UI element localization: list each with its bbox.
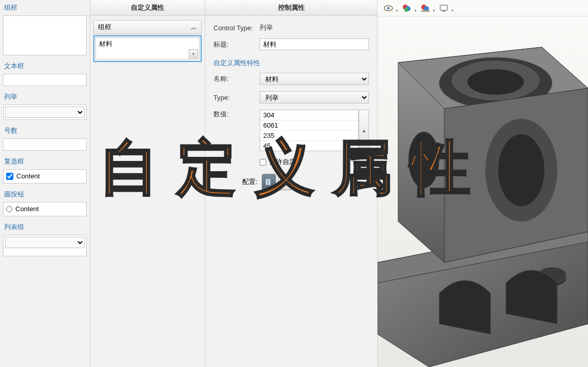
allow-custom-checkbox[interactable]	[260, 159, 266, 166]
type-select[interactable]: 列举	[260, 91, 369, 104]
tool-listgroup: 列表组	[1, 220, 89, 256]
svg-rect-13	[442, 11, 445, 12]
listgroup-dropdown-preview[interactable]	[5, 237, 85, 248]
value-item[interactable]: 6061	[260, 120, 358, 131]
value-item[interactable]: 45	[260, 141, 358, 151]
group-header-label: 组框	[98, 23, 111, 32]
tool-header-number: 号数	[1, 124, 89, 137]
tool-enum-preview[interactable]	[3, 105, 87, 120]
tool-header-radio: 圆按钮	[1, 188, 89, 201]
control-properties-panel: 控制属性 Control Type: 列举 标题: 自定义属性特性 名称: 材料…	[205, 0, 378, 367]
tool-radio-preview[interactable]: Content	[3, 202, 87, 216]
control-type-value: 列举	[260, 23, 273, 32]
display-icon[interactable]: ▾	[438, 3, 449, 14]
config-button-1[interactable]	[262, 174, 276, 190]
control-panel-title: 控制属性	[205, 0, 377, 16]
tool-textbox-preview[interactable]	[3, 74, 87, 86]
tool-checkbox: 复选框 Content	[1, 155, 89, 184]
name-label: 名称:	[213, 74, 260, 84]
appearance-icon[interactable]: ▾	[401, 3, 413, 14]
tool-header-textbox: 文本框	[1, 59, 89, 73]
config-label: 配置:	[242, 177, 258, 187]
material-dropdown-button[interactable]: ▾	[189, 49, 198, 58]
scroll-up-button[interactable]: ▴	[359, 110, 369, 151]
svg-rect-1	[268, 179, 270, 185]
control-type-label: Control Type:	[213, 24, 260, 32]
caption-label: 标题:	[213, 40, 260, 49]
tool-enum: 列举	[1, 90, 89, 120]
svg-point-8	[404, 8, 408, 12]
checkbox-preview-input[interactable]	[6, 173, 13, 180]
values-label: 数值:	[213, 110, 260, 119]
tool-number-preview[interactable]	[3, 138, 87, 151]
svg-rect-2	[283, 179, 284, 185]
svg-point-19	[408, 132, 439, 188]
svg-rect-3	[286, 181, 288, 183]
enum-dropdown-preview[interactable]	[5, 107, 85, 118]
value-item[interactable]: 304	[260, 110, 358, 120]
chevron-up-icon[interactable]: ︽	[191, 23, 197, 32]
tool-checkbox-preview[interactable]: Content	[3, 169, 87, 184]
toolbox-panel: 组框 文本框 列举 号数 复选框 Content	[0, 0, 90, 367]
name-select[interactable]: 材料	[260, 73, 369, 85]
dropdown-arrow-icon: ▾	[415, 9, 417, 13]
tool-groupbox-preview[interactable]	[3, 15, 87, 55]
radio-preview-label: Content	[15, 205, 39, 213]
viewport-toolbar: ▾ ▾ ▾ ▾	[378, 0, 588, 16]
tool-header-listgroup: 列表组	[1, 220, 89, 234]
scene-icon[interactable]: ▾	[420, 3, 431, 14]
dropdown-arrow-icon: ▾	[452, 9, 454, 13]
tool-textbox: 文本框	[1, 59, 89, 86]
material-field-selected[interactable]: 材料 ▾	[93, 35, 202, 62]
model-3d-view[interactable]	[378, 16, 588, 367]
custom-prop-section-title: 自定义属性特性	[213, 58, 369, 68]
group-section: 组框 ︽ 材料 ▾	[93, 20, 202, 62]
type-label: Type:	[213, 94, 260, 101]
group-header[interactable]: 组框 ︽	[93, 20, 202, 34]
eye-icon[interactable]: ▾	[383, 3, 394, 14]
tool-listgroup-preview[interactable]	[3, 235, 87, 256]
svg-point-21	[498, 134, 544, 206]
checkbox-preview-label: Content	[16, 172, 40, 180]
tool-header-checkbox: 复选框	[1, 155, 89, 168]
dropdown-arrow-icon: ▾	[433, 9, 435, 13]
custom-properties-panel: 自定义属性 组框 ︽ 材料 ▾	[90, 0, 205, 367]
tool-header-groupbox: 组框	[1, 1, 89, 14]
dropdown-arrow-icon: ▾	[396, 9, 398, 13]
caption-input[interactable]	[260, 38, 369, 50]
radio-preview-input[interactable]	[6, 206, 12, 212]
svg-rect-0	[266, 179, 268, 185]
tool-groupbox: 组框	[1, 1, 89, 55]
viewport-panel: ▾ ▾ ▾ ▾	[378, 0, 588, 367]
values-listbox[interactable]: 304 6061 235 45	[260, 110, 359, 151]
svg-point-5	[387, 7, 390, 9]
svg-rect-11	[421, 10, 429, 12]
svg-point-18	[467, 69, 524, 95]
allow-custom-label: 允许自定	[269, 157, 296, 167]
custom-panel-title: 自定义属性	[90, 0, 205, 16]
config-button-2[interactable]	[278, 174, 292, 190]
value-item[interactable]: 235	[260, 131, 358, 141]
svg-rect-12	[440, 5, 447, 10]
material-label: 材料	[99, 39, 112, 49]
tool-number: 号数	[1, 124, 89, 151]
tool-radio: 圆按钮 Content	[1, 188, 89, 216]
tool-header-enum: 列举	[1, 90, 89, 104]
